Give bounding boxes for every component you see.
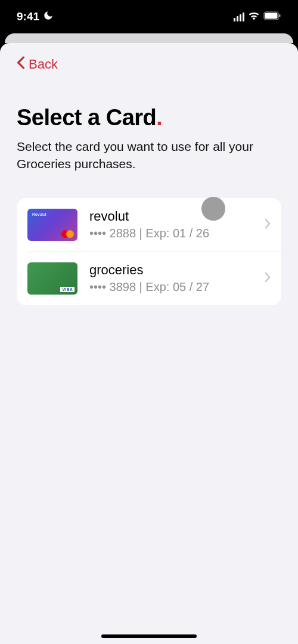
card-meta: •••• 3898 | Exp: 05 / 27 [89, 280, 253, 294]
svg-rect-1 [265, 13, 278, 18]
card-brand-label: Revolut [32, 212, 46, 216]
cellular-icon [234, 13, 245, 21]
card-art-groceries: VISA [27, 262, 77, 295]
back-button[interactable]: Back [17, 56, 281, 73]
status-left: 9:41 [17, 10, 54, 23]
page-subtitle: Select the card you want to use for all … [17, 138, 281, 173]
moon-icon [43, 10, 54, 23]
back-label: Back [29, 57, 58, 72]
card-list: Revolut revolut •••• 2888 | Exp: 01 / 26… [17, 198, 281, 305]
card-name: groceries [89, 262, 253, 278]
card-item-revolut[interactable]: Revolut revolut •••• 2888 | Exp: 01 / 26 [17, 198, 281, 252]
chevron-right-icon [265, 218, 271, 231]
visa-icon: VISA [60, 287, 74, 292]
battery-icon [263, 11, 281, 23]
page-title: Select a Card. [17, 105, 281, 131]
home-indicator[interactable] [101, 634, 197, 638]
card-meta: •••• 2888 | Exp: 01 / 26 [89, 227, 253, 240]
title-dot: . [156, 105, 162, 130]
card-item-groceries[interactable]: VISA groceries •••• 3898 | Exp: 05 / 27 [17, 252, 281, 305]
background-sheet [5, 33, 293, 43]
mastercard-icon [61, 230, 74, 238]
status-right [234, 11, 282, 23]
status-time: 9:41 [17, 10, 39, 23]
wifi-icon [248, 11, 260, 23]
svg-rect-2 [279, 14, 281, 17]
main-sheet: Back Select a Card. Select the card you … [0, 43, 298, 644]
chevron-left-icon [17, 56, 25, 73]
card-text: groceries •••• 3898 | Exp: 05 / 27 [89, 262, 253, 294]
chevron-right-icon [265, 272, 271, 285]
card-name: revolut [89, 209, 253, 224]
status-bar: 9:41 [0, 0, 298, 33]
card-text: revolut •••• 2888 | Exp: 01 / 26 [89, 209, 253, 240]
card-art-revolut: Revolut [27, 209, 77, 241]
